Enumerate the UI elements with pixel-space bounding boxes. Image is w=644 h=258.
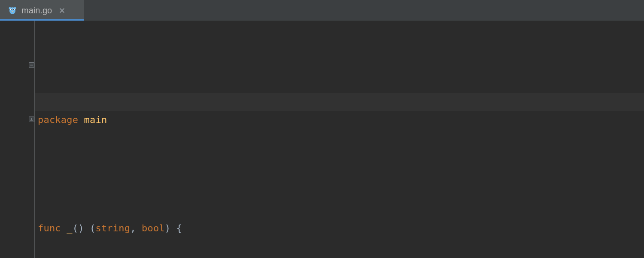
code-content[interactable]: package main func _() (string, bool) { s… <box>35 21 644 258</box>
svg-point-6 <box>13 9 14 10</box>
paren-open: ( <box>90 219 95 237</box>
paren: () <box>73 219 84 237</box>
keyword-package: package <box>38 111 78 129</box>
editor-area: package main func _() (string, bool) { s… <box>0 21 644 258</box>
paren-close: ) <box>165 219 170 237</box>
tab-main-go[interactable]: main.go <box>0 0 84 21</box>
code-line: package main <box>38 111 644 129</box>
comma: , <box>130 219 142 237</box>
gutter <box>0 21 35 258</box>
type-string: string <box>95 219 130 237</box>
brace-open: { <box>176 219 182 237</box>
keyword-func: func <box>38 219 61 237</box>
type-bool: bool <box>142 219 165 237</box>
fold-end-icon[interactable] <box>28 116 35 123</box>
tab-label: main.go <box>21 6 52 15</box>
code-line-blank <box>38 165 644 183</box>
package-name: main <box>84 111 107 129</box>
close-icon[interactable] <box>58 6 66 14</box>
func-name: _ <box>67 219 72 237</box>
tab-bar: main.go <box>0 0 644 21</box>
svg-point-7 <box>12 11 13 12</box>
code-line: func _() (string, bool) { <box>38 219 644 237</box>
go-gopher-icon <box>8 6 17 15</box>
fold-minus-icon[interactable] <box>28 62 35 68</box>
svg-point-5 <box>11 9 12 10</box>
